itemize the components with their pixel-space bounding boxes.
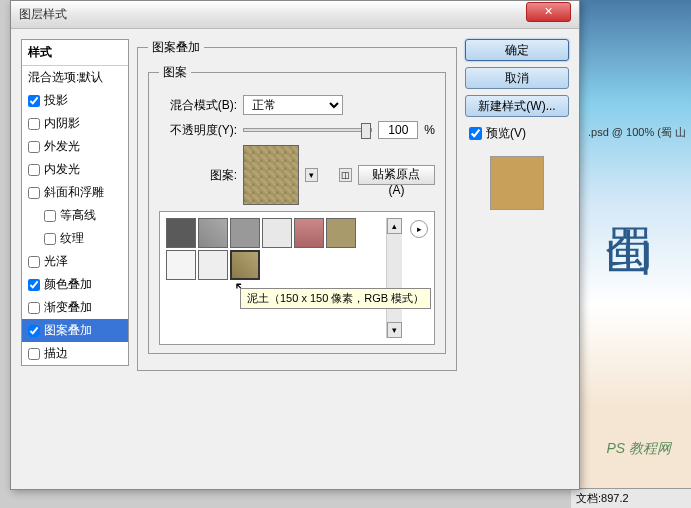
pattern-tooltip: 泥土（150 x 150 像素，RGB 模式） <box>240 288 431 309</box>
style-checkbox[interactable] <box>28 325 40 337</box>
style-checkbox[interactable] <box>44 233 56 245</box>
style-label: 外发光 <box>44 138 80 155</box>
pattern-dropdown-arrow[interactable]: ▾ <box>305 168 318 182</box>
dialog-titlebar[interactable]: 图层样式 × <box>11 1 579 29</box>
style-label: 投影 <box>44 92 68 109</box>
status-bar: 文档:897.2 <box>571 488 691 508</box>
pattern-swatch[interactable] <box>262 218 292 248</box>
slider-thumb[interactable] <box>361 123 371 139</box>
cancel-button[interactable]: 取消 <box>465 67 569 89</box>
style-checkbox[interactable] <box>44 210 56 222</box>
style-item-0[interactable]: 投影 <box>22 89 128 112</box>
styles-list-panel: 样式 混合选项:默认 投影内阴影外发光内发光斜面和浮雕等高线纹理光泽颜色叠加渐变… <box>21 39 129 479</box>
pattern-label: 图案: <box>159 167 237 184</box>
style-label: 斜面和浮雕 <box>44 184 104 201</box>
pattern-subgroup: 图案 混合模式(B): 正常 不透明度(Y): % 图案: ▾ <box>148 64 446 354</box>
pattern-swatch[interactable] <box>198 218 228 248</box>
picker-menu-icon[interactable]: ▸ <box>410 220 428 238</box>
opacity-input[interactable] <box>378 121 418 139</box>
preview-label: 预览(V) <box>486 125 526 142</box>
pattern-preview[interactable] <box>243 145 299 205</box>
blend-mode-label: 混合模式(B): <box>159 97 237 114</box>
dialog-title: 图层样式 <box>19 6 526 23</box>
pattern-swatch[interactable] <box>326 218 356 248</box>
style-checkbox[interactable] <box>28 95 40 107</box>
ok-button[interactable]: 确定 <box>465 39 569 61</box>
background-image <box>571 0 691 508</box>
pattern-swatch[interactable] <box>166 250 196 280</box>
style-item-2[interactable]: 外发光 <box>22 135 128 158</box>
blend-mode-select[interactable]: 正常 <box>243 95 343 115</box>
snap-to-origin-button[interactable]: 贴紧原点(A) <box>358 165 435 185</box>
style-checkbox[interactable] <box>28 141 40 153</box>
pattern-picker-popup: ▴ ▾ ▸ ↖ 泥土（150 x 150 像素，RGB 模式） <box>159 211 435 345</box>
style-item-4[interactable]: 斜面和浮雕 <box>22 181 128 204</box>
close-button[interactable]: × <box>526 2 571 22</box>
style-item-10[interactable]: 图案叠加 <box>22 319 128 342</box>
style-label: 纹理 <box>60 230 84 247</box>
style-checkbox[interactable] <box>28 348 40 360</box>
pattern-swatch-selected[interactable] <box>230 250 260 280</box>
layer-style-dialog: 图层样式 × 样式 混合选项:默认 投影内阴影外发光内发光斜面和浮雕等高线纹理光… <box>10 0 580 490</box>
style-label: 颜色叠加 <box>44 276 92 293</box>
style-label: 渐变叠加 <box>44 299 92 316</box>
pattern-overlay-group: 图案叠加 图案 混合模式(B): 正常 不透明度(Y): % 图案: <box>137 39 457 371</box>
new-preset-icon[interactable]: ◫ <box>339 168 352 182</box>
document-tab-title: .psd @ 100% (蜀 山 <box>588 125 686 140</box>
style-checkbox[interactable] <box>28 187 40 199</box>
styles-header[interactable]: 样式 <box>22 40 128 66</box>
pattern-subgroup-title: 图案 <box>159 64 191 81</box>
opacity-unit: % <box>424 123 435 137</box>
style-checkbox[interactable] <box>28 279 40 291</box>
style-item-11[interactable]: 描边 <box>22 342 128 365</box>
style-checkbox[interactable] <box>28 256 40 268</box>
style-checkbox[interactable] <box>28 118 40 130</box>
pattern-swatch[interactable] <box>230 218 260 248</box>
options-panel: 图案叠加 图案 混合模式(B): 正常 不透明度(Y): % 图案: <box>137 39 457 479</box>
opacity-label: 不透明度(Y): <box>159 122 237 139</box>
style-label: 描边 <box>44 345 68 362</box>
style-checkbox[interactable] <box>28 302 40 314</box>
pattern-swatch-grid <box>166 218 358 338</box>
style-item-7[interactable]: 光泽 <box>22 250 128 273</box>
style-preview-thumbnail <box>490 156 544 210</box>
style-item-3[interactable]: 内发光 <box>22 158 128 181</box>
preview-checkbox[interactable] <box>469 127 482 140</box>
style-label: 图案叠加 <box>44 322 92 339</box>
opacity-slider[interactable] <box>243 128 372 132</box>
blending-options-default[interactable]: 混合选项:默认 <box>22 66 128 89</box>
style-label: 等高线 <box>60 207 96 224</box>
style-item-1[interactable]: 内阴影 <box>22 112 128 135</box>
scroll-down-icon[interactable]: ▾ <box>387 322 402 338</box>
style-item-5[interactable]: 等高线 <box>22 204 128 227</box>
watermark-text: PS 教程网 <box>606 440 671 458</box>
pattern-swatch[interactable] <box>166 218 196 248</box>
style-label: 内发光 <box>44 161 80 178</box>
style-item-9[interactable]: 渐变叠加 <box>22 296 128 319</box>
new-style-button[interactable]: 新建样式(W)... <box>465 95 569 117</box>
style-item-6[interactable]: 纹理 <box>22 227 128 250</box>
style-label: 内阴影 <box>44 115 80 132</box>
picker-scrollbar[interactable]: ▴ ▾ <box>386 218 402 338</box>
dialog-buttons-panel: 确定 取消 新建样式(W)... 预览(V) <box>465 39 569 479</box>
style-checkbox[interactable] <box>28 164 40 176</box>
style-item-8[interactable]: 颜色叠加 <box>22 273 128 296</box>
pattern-overlay-title: 图案叠加 <box>148 39 204 56</box>
pattern-swatch[interactable] <box>294 218 324 248</box>
scroll-up-icon[interactable]: ▴ <box>387 218 402 234</box>
pattern-swatch[interactable] <box>198 250 228 280</box>
style-label: 光泽 <box>44 253 68 270</box>
